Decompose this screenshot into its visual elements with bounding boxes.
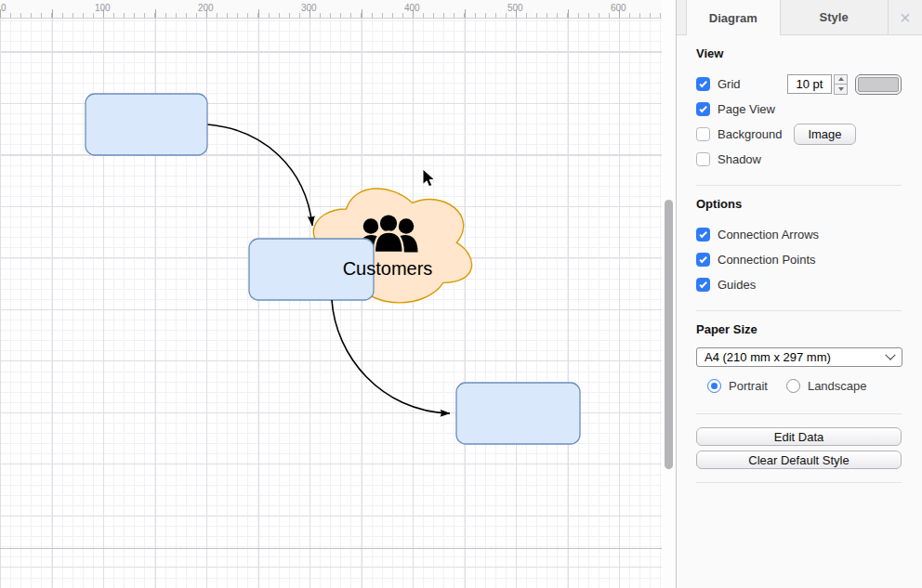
- guides-row: Guides: [696, 272, 902, 297]
- background-label: Background: [718, 127, 782, 141]
- clear-default-style-button[interactable]: Clear Default Style: [696, 451, 902, 469]
- scrollbar-thumb[interactable]: [665, 200, 673, 469]
- landscape-label: Landscape: [808, 379, 867, 393]
- cloud-label[interactable]: Customers: [343, 258, 433, 279]
- tab-diagram[interactable]: Diagram: [686, 0, 781, 35]
- shadow-checkbox[interactable]: [696, 152, 710, 166]
- stepper-up-icon[interactable]: [834, 74, 848, 85]
- connection-arrows-label: Connection Arrows: [718, 228, 819, 242]
- paper-size-section: Paper Size A4 (210 mm x 297 mm) Portrait…: [677, 311, 922, 414]
- connection-arrows-checkbox[interactable]: [696, 228, 710, 242]
- page-view-checkbox[interactable]: [696, 102, 710, 116]
- shadow-row: Shadow: [696, 147, 902, 172]
- checkmark-icon: [699, 104, 706, 111]
- grid-color-swatch: [858, 77, 899, 92]
- connection-arrows-row: Connection Arrows: [696, 222, 902, 247]
- ruler-label: 0: [1, 3, 7, 13]
- ruler-label: 300: [301, 3, 317, 13]
- grid-checkbox[interactable]: [696, 77, 710, 91]
- view-section: View Grid: [677, 35, 922, 186]
- view-section-header: View: [696, 46, 902, 60]
- background-row: Background Image: [696, 122, 902, 147]
- shape-rounded-rectangle-3[interactable]: [456, 383, 580, 444]
- grid-label: Grid: [718, 77, 741, 91]
- mouse-cursor-icon: [421, 168, 436, 189]
- paper-size-header: Paper Size: [696, 322, 902, 336]
- paper-size-value: A4 (210 mm x 297 mm): [705, 350, 831, 364]
- horizontal-ruler: 0 100 200 300 400 500 600: [0, 0, 662, 19]
- edge-connector-2[interactable]: [332, 300, 450, 413]
- grid-size-input[interactable]: [787, 74, 832, 94]
- stepper-down-icon[interactable]: [834, 85, 848, 95]
- tab-style[interactable]: Style: [781, 0, 889, 34]
- shape-rounded-rectangle-1[interactable]: [86, 94, 207, 155]
- actions-section: Edit Data Clear Default Style: [677, 414, 922, 483]
- edge-connector-1[interactable]: [207, 124, 312, 226]
- chevron-down-icon: [885, 349, 895, 359]
- grid-color-button[interactable]: [855, 74, 902, 95]
- grid-size-stepper[interactable]: [834, 74, 848, 95]
- shadow-label: Shadow: [718, 152, 761, 166]
- ruler-label: 200: [198, 3, 214, 13]
- ruler-label: 600: [611, 3, 626, 13]
- background-image-button[interactable]: Image: [794, 124, 855, 145]
- vertical-scrollbar[interactable]: [662, 0, 676, 588]
- connection-points-checkbox[interactable]: [696, 253, 710, 267]
- orientation-radio-group: Portrait Landscape: [707, 378, 902, 394]
- connection-points-label: Connection Points: [718, 253, 816, 267]
- checkmark-icon: [699, 229, 706, 237]
- checkmark-icon: [699, 255, 706, 262]
- ruler-label: 100: [95, 3, 111, 13]
- checkmark-icon: [699, 79, 706, 86]
- checkmark-icon: [699, 280, 706, 287]
- portrait-radio[interactable]: [707, 379, 721, 393]
- ruler-label: 500: [507, 3, 523, 13]
- connection-points-row: Connection Points: [696, 247, 902, 272]
- page-view-label: Page View: [718, 102, 775, 116]
- guides-checkbox[interactable]: [696, 278, 710, 292]
- grid-row: Grid: [696, 72, 902, 97]
- options-section-header: Options: [696, 197, 902, 211]
- guides-label: Guides: [718, 278, 756, 292]
- section-divider: [696, 482, 902, 483]
- close-panel-icon[interactable]: ×: [889, 0, 922, 34]
- background-checkbox[interactable]: [696, 127, 710, 141]
- format-panel: Diagram Style × View Grid: [676, 0, 922, 588]
- paper-size-select[interactable]: A4 (210 mm x 297 mm): [696, 347, 902, 367]
- format-panel-tabs: Diagram Style ×: [677, 0, 922, 35]
- portrait-label: Portrait: [729, 379, 768, 393]
- edit-data-button[interactable]: Edit Data: [696, 427, 902, 446]
- diagram-shapes-layer: Customers: [0, 0, 662, 588]
- options-section: Options Connection Arrows Connection Poi…: [677, 186, 922, 311]
- drawio-editor-window: Customers 0 100 200 300 400 500 600 Diag…: [0, 0, 922, 588]
- ruler-label: 400: [404, 3, 420, 13]
- diagram-canvas[interactable]: Customers 0 100 200 300 400 500 600: [0, 0, 662, 588]
- page-view-row: Page View: [696, 97, 902, 122]
- landscape-radio[interactable]: [786, 379, 800, 393]
